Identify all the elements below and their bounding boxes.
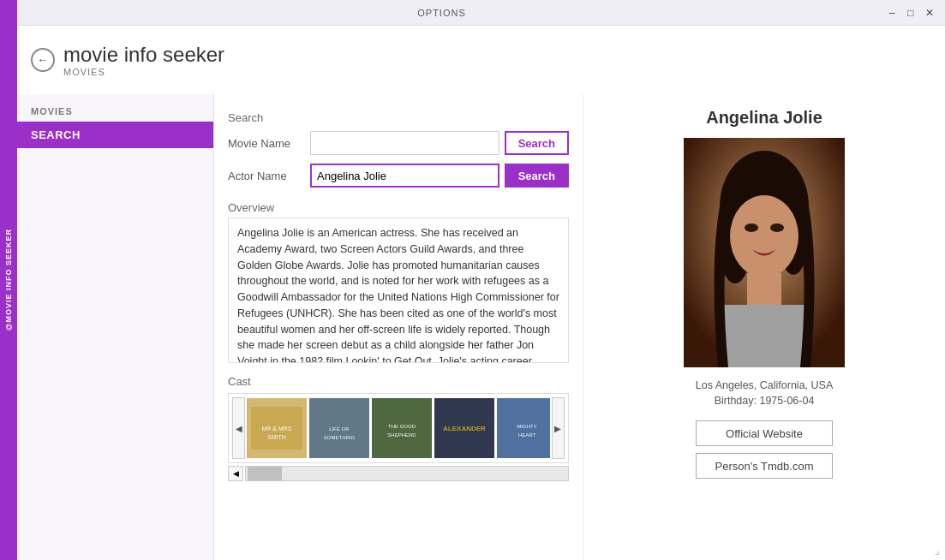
cast-scrollbar-area: ◀ xyxy=(228,466,569,481)
cast-section: Cast ◀ MR & MRS SMITH xyxy=(228,375,569,481)
overview-box[interactable]: Angelina Jolie is an American actress. S… xyxy=(228,217,569,363)
movie-search-button[interactable]: Search xyxy=(505,131,569,155)
overview-label: Overview xyxy=(228,201,569,214)
svg-rect-27 xyxy=(718,305,810,367)
scroll-thumb xyxy=(248,467,282,480)
svg-text:HEART: HEART xyxy=(518,432,536,438)
cast-row: ◀ MR & MRS SMITH xyxy=(228,393,569,463)
cast-thumb-2[interactable]: LIFE OR SOMETHING xyxy=(309,398,369,458)
cast-label: Cast xyxy=(228,375,569,388)
actor-photo xyxy=(684,138,845,367)
resize-indicator: ⌟ xyxy=(935,545,940,557)
svg-text:SMITH: SMITH xyxy=(267,434,286,440)
cast-scroll-right-button[interactable]: ▶ xyxy=(552,397,565,459)
svg-rect-26 xyxy=(747,273,781,307)
svg-point-24 xyxy=(745,223,758,232)
app-title: movie info seeker xyxy=(63,43,224,67)
cast-thumb-5[interactable]: MIGHTY HEART xyxy=(497,398,550,458)
scroll-left-arrow[interactable]: ◀ xyxy=(228,466,243,481)
app-sidebar-strip: @MOVIE INFO SEEKER xyxy=(0,0,17,560)
actor-search-button[interactable]: Search xyxy=(505,164,569,188)
right-panel: Angelina Jolie xyxy=(583,94,945,560)
tmdb-button[interactable]: Person's Tmdb.com xyxy=(696,453,833,479)
svg-text:MIGHTY: MIGHTY xyxy=(517,424,536,429)
minimize-button[interactable]: – xyxy=(883,4,900,21)
svg-point-23 xyxy=(730,195,798,277)
nav-panel: MOVIES SEARCH xyxy=(17,94,214,560)
sidebar-strip-label: @MOVIE INFO SEEKER xyxy=(4,229,13,331)
cast-thumb-3[interactable]: THE GOOD SHEPHERD xyxy=(372,398,432,458)
actor-buttons: Official Website Person's Tmdb.com xyxy=(696,420,833,479)
movie-name-input[interactable] xyxy=(310,131,499,155)
app-title-block: movie info seeker MOVIES xyxy=(63,43,224,77)
movie-name-row: Movie Name Search xyxy=(228,131,569,155)
left-panel: Search Movie Name Search Actor Name Sear… xyxy=(214,94,583,560)
overview-section: Overview Angelina Jolie is an American a… xyxy=(228,201,569,363)
app-header: ← movie info seeker MOVIES xyxy=(17,26,945,94)
main-content: Search Movie Name Search Actor Name Sear… xyxy=(214,94,945,560)
svg-point-25 xyxy=(770,223,784,232)
cast-scroll-left-button[interactable]: ◀ xyxy=(232,397,245,459)
back-button[interactable]: ← xyxy=(31,48,55,72)
nav-section-label: MOVIES xyxy=(17,94,213,122)
window-controls: – □ ✕ xyxy=(883,4,938,21)
search-section-label: Search xyxy=(228,111,569,124)
maximize-button[interactable]: □ xyxy=(902,4,919,21)
cast-thumb-1[interactable]: MR & MRS SMITH xyxy=(247,398,307,458)
title-bar: OPTIONS – □ ✕ xyxy=(0,0,945,26)
app-subtitle: MOVIES xyxy=(63,67,224,77)
options-label: OPTIONS xyxy=(417,8,466,18)
cast-thumbnails: MR & MRS SMITH LIFE OR SOMETHING xyxy=(247,398,550,458)
svg-text:THE GOOD: THE GOOD xyxy=(388,424,416,429)
svg-text:MR & MRS: MR & MRS xyxy=(262,426,292,432)
actor-name-label: Actor Name xyxy=(228,170,305,182)
actor-location: Los Angeles, California, USA xyxy=(696,379,834,391)
svg-text:ALEXANDER: ALEXANDER xyxy=(443,425,486,432)
svg-text:LIFE OR: LIFE OR xyxy=(329,426,350,432)
official-website-button[interactable]: Official Website xyxy=(696,420,833,446)
scroll-track[interactable] xyxy=(245,466,569,481)
overview-text: Angelina Jolie is an American actress. S… xyxy=(229,218,568,363)
actor-birthday: Birthday: 1975-06-04 xyxy=(715,395,815,407)
cast-thumb-4[interactable]: ALEXANDER xyxy=(434,398,494,458)
actor-name-row: Actor Name Search xyxy=(228,164,569,188)
nav-item-search[interactable]: SEARCH xyxy=(17,122,213,148)
close-button[interactable]: ✕ xyxy=(921,4,938,21)
actor-name: Angelina Jolie xyxy=(706,108,822,128)
svg-text:SOMETHING: SOMETHING xyxy=(324,435,356,440)
svg-text:SHEPHERD: SHEPHERD xyxy=(387,432,416,438)
movie-name-label: Movie Name xyxy=(228,137,305,150)
actor-name-input[interactable] xyxy=(310,164,499,188)
